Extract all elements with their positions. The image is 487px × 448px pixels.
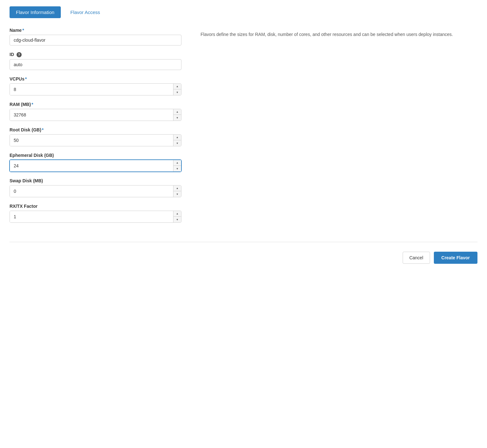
input-vcpus[interactable] (10, 84, 173, 95)
field-rxtx-factor: RX/TX Factor ▲ ▼ (10, 204, 181, 223)
info-text: Flavors define the sizes for RAM, disk, … (201, 31, 477, 38)
field-name: Name* (10, 28, 181, 46)
ram-decrement[interactable]: ▼ (173, 115, 181, 121)
input-rxtx-factor[interactable] (10, 211, 173, 222)
form-section: Name* ID ? VCPUs* ▲ (10, 28, 181, 229)
input-ephemeral-disk[interactable] (10, 160, 173, 172)
root-disk-decrement[interactable]: ▼ (173, 140, 181, 146)
bottom-divider (10, 242, 477, 242)
label-vcpus: VCPUs* (10, 76, 181, 81)
input-name[interactable] (10, 35, 181, 46)
field-ram: RAM (MB)* ▲ ▼ (10, 102, 181, 121)
root-disk-spinner: ▲ ▼ (173, 135, 181, 146)
page-wrapper: Flavor Information Flavor Access Name* I… (0, 0, 487, 273)
label-ephemeral-disk: Ephemeral Disk (GB) (10, 153, 181, 158)
required-star-name: * (22, 28, 24, 33)
required-star-ram: * (32, 102, 33, 107)
swap-disk-spinner: ▲ ▼ (173, 186, 181, 197)
field-vcpus: VCPUs* ▲ ▼ (10, 76, 181, 95)
footer-buttons: Cancel Create Flavor (10, 248, 477, 267)
rxtx-factor-input-wrapper: ▲ ▼ (10, 211, 181, 223)
ephemeral-disk-input-wrapper: ▲ ▼ (10, 160, 181, 172)
create-flavor-button[interactable]: Create Flavor (434, 252, 477, 264)
input-swap-disk[interactable] (10, 186, 173, 197)
tab-flavor-information[interactable]: Flavor Information (10, 6, 61, 18)
required-star-vcpus: * (25, 76, 27, 81)
tabs-container: Flavor Information Flavor Access (10, 6, 477, 18)
ephemeral-disk-increment[interactable]: ▲ (173, 160, 181, 166)
label-rxtx-factor: RX/TX Factor (10, 204, 181, 209)
vcpus-input-wrapper: ▲ ▼ (10, 83, 181, 95)
ephemeral-disk-spinner: ▲ ▼ (173, 160, 181, 172)
root-disk-input-wrapper: ▲ ▼ (10, 134, 181, 146)
rxtx-factor-decrement[interactable]: ▼ (173, 217, 181, 222)
swap-disk-increment[interactable]: ▲ (173, 186, 181, 191)
ram-input-wrapper: ▲ ▼ (10, 109, 181, 121)
ram-increment[interactable]: ▲ (173, 109, 181, 115)
rxtx-factor-increment[interactable]: ▲ (173, 211, 181, 217)
field-swap-disk: Swap Disk (MB) ▲ ▼ (10, 178, 181, 197)
vcpus-increment[interactable]: ▲ (173, 84, 181, 89)
label-name: Name* (10, 28, 181, 33)
label-swap-disk: Swap Disk (MB) (10, 178, 181, 183)
field-ephemeral-disk: Ephemeral Disk (GB) ▲ ▼ (10, 153, 181, 172)
root-disk-increment[interactable]: ▲ (173, 135, 181, 140)
input-id[interactable] (10, 59, 181, 70)
help-icon-id[interactable]: ? (17, 52, 22, 57)
ram-spinner: ▲ ▼ (173, 109, 181, 121)
ephemeral-disk-decrement[interactable]: ▼ (173, 166, 181, 172)
cancel-button[interactable]: Cancel (403, 252, 430, 264)
label-id: ID ? (10, 52, 181, 57)
input-ram[interactable] (10, 109, 173, 121)
field-id: ID ? (10, 52, 181, 70)
tab-flavor-access[interactable]: Flavor Access (64, 6, 106, 18)
field-root-disk: Root Disk (GB)* ▲ ▼ (10, 127, 181, 146)
content-layout: Name* ID ? VCPUs* ▲ (10, 28, 477, 229)
label-root-disk: Root Disk (GB)* (10, 127, 181, 132)
info-section: Flavors define the sizes for RAM, disk, … (201, 28, 477, 229)
swap-disk-input-wrapper: ▲ ▼ (10, 185, 181, 197)
swap-disk-decrement[interactable]: ▼ (173, 191, 181, 197)
required-star-root-disk: * (42, 127, 44, 132)
vcpus-spinner: ▲ ▼ (173, 84, 181, 95)
label-ram: RAM (MB)* (10, 102, 181, 107)
input-root-disk[interactable] (10, 135, 173, 146)
rxtx-factor-spinner: ▲ ▼ (173, 211, 181, 222)
vcpus-decrement[interactable]: ▼ (173, 89, 181, 95)
